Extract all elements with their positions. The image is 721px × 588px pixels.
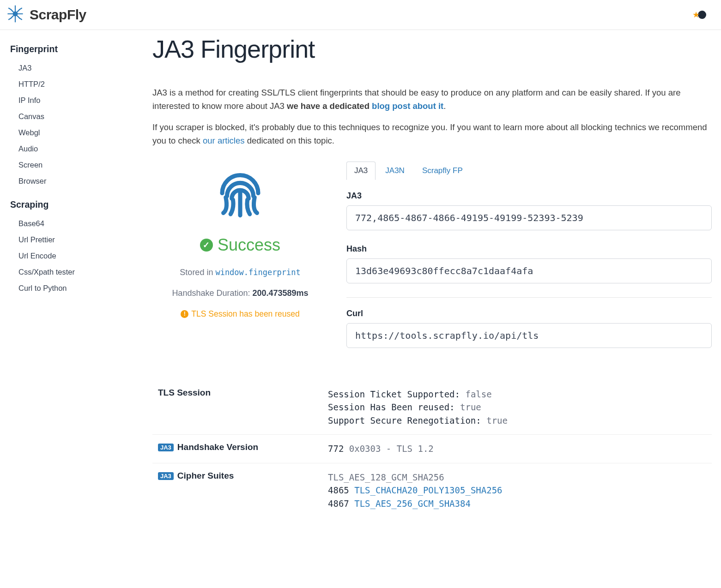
hash-label: Hash (346, 244, 712, 254)
handshake-version-value: 772 0x0303 - TLS 1.2 (328, 442, 712, 456)
sidebar-item-browser[interactable]: Browser (10, 173, 133, 189)
success-status: ✓ Success (152, 235, 328, 255)
tabs: JA3 JA3N Scrapfly FP (346, 162, 712, 180)
sidebar-item-cssxpath[interactable]: Css/Xpath tester (10, 264, 133, 280)
tls-session-values: Session Ticket Supported: false Session … (328, 388, 712, 427)
intro-block: JA3 is a method for creating SSL/TLS cli… (152, 86, 712, 148)
tab-ja3n[interactable]: JA3N (377, 162, 412, 180)
details-table: TLS Session Session Ticket Supported: fa… (152, 380, 712, 518)
sidebar: Fingerprint JA3 HTTP/2 IP Info Canvas We… (0, 30, 143, 536)
sidebar-item-base64[interactable]: Base64 (10, 216, 133, 232)
tab-scrapflyfp[interactable]: Scrapfly FP (414, 162, 471, 180)
sidebar-item-ja3[interactable]: JA3 (10, 60, 133, 76)
handshake-duration: Handshake Duration: 200.473589ms (152, 288, 328, 298)
intro1-tail: . (443, 101, 446, 111)
curl-value[interactable]: https://tools.scrapfly.io/api/tls (346, 323, 712, 348)
our-articles-link[interactable]: our articles (203, 136, 244, 145)
intro1-bold: we have a dedicated (287, 101, 372, 111)
sidebar-item-ipinfo[interactable]: IP Info (10, 92, 133, 108)
divider (346, 297, 712, 298)
spider-icon (6, 4, 25, 25)
sidebar-item-audio[interactable]: Audio (10, 141, 133, 157)
row-handshake-version: JA3 Handshake Version 772 0x0303 - TLS 1… (152, 435, 712, 463)
sidebar-heading-fingerprint: Fingerprint (10, 44, 133, 54)
sidebar-item-urlprettier[interactable]: Url Prettier (10, 232, 133, 248)
cipher-suites-heading: JA3 Cipher Suites (152, 471, 328, 510)
cipher-link-1[interactable]: TLS_CHACHA20_POLY1305_SHA256 (354, 485, 502, 495)
sidebar-list-fingerprint: JA3 HTTP/2 IP Info Canvas Webgl Audio Sc… (10, 60, 133, 189)
ja3-tag: JA3 (158, 472, 174, 480)
brand-logo[interactable]: ScrapFly (6, 4, 86, 25)
check-icon: ✓ (200, 239, 213, 252)
sidebar-item-urlencode[interactable]: Url Encode (10, 248, 133, 264)
success-text: Success (218, 235, 280, 255)
sidebar-item-canvas[interactable]: Canvas (10, 108, 133, 125)
stored-code: window.fingerprint (215, 268, 300, 277)
top-header: ScrapFly (0, 0, 721, 30)
ja3-label: JA3 (346, 191, 712, 201)
brand-name: ScrapFly (30, 7, 86, 23)
theme-toggle[interactable] (698, 11, 706, 19)
sidebar-item-screen[interactable]: Screen (10, 157, 133, 173)
sidebar-item-curltopython[interactable]: Curl to Python (10, 280, 133, 296)
page-title: JA3 Fingerprint (152, 35, 712, 63)
fingerprint-icon (152, 166, 328, 226)
sidebar-list-scraping: Base64 Url Prettier Url Encode Css/Xpath… (10, 216, 133, 296)
data-column: JA3 JA3N Scrapfly FP JA3 772,4865-4867-4… (346, 162, 712, 362)
row-tls-session: TLS Session Session Ticket Supported: fa… (152, 380, 712, 435)
blog-post-link[interactable]: blog post about it (372, 101, 443, 111)
row-cipher-suites: JA3 Cipher Suites TLS_AES_128_GCM_SHA256… (152, 463, 712, 518)
sidebar-item-http2[interactable]: HTTP/2 (10, 76, 133, 92)
handshake-version-heading: JA3 Handshake Version (152, 442, 328, 456)
tls-session-heading: TLS Session (152, 388, 328, 427)
status-column: ✓ Success Stored in window.fingerprint H… (152, 162, 328, 362)
ja3-value[interactable]: 772,4865-4867-4866-49195-49199-52393-523… (346, 205, 712, 230)
cipher-suites-values: TLS_AES_128_GCM_SHA256 4865 TLS_CHACHA20… (328, 471, 712, 510)
curl-label: Curl (346, 309, 712, 318)
hash-value[interactable]: 13d63e49693c80ffecc8a7c1daaf4afa (346, 258, 712, 283)
intro2-tail: dedicated on this topic. (245, 136, 334, 145)
main-content: JA3 Fingerprint JA3 is a method for crea… (143, 30, 721, 536)
cipher-link-2[interactable]: TLS_AES_256_GCM_SHA384 (354, 498, 471, 509)
stored-line: Stored in window.fingerprint (152, 268, 328, 277)
tab-ja3[interactable]: JA3 (346, 162, 376, 180)
tls-warning: ! TLS Session has been reused (152, 309, 328, 319)
tls-warning-text: TLS Session has been reused (191, 309, 299, 319)
svg-point-0 (13, 12, 18, 16)
warning-icon: ! (181, 310, 188, 318)
sidebar-item-webgl[interactable]: Webgl (10, 125, 133, 141)
ja3-tag: JA3 (158, 444, 174, 451)
sidebar-heading-scraping: Scraping (10, 199, 133, 210)
